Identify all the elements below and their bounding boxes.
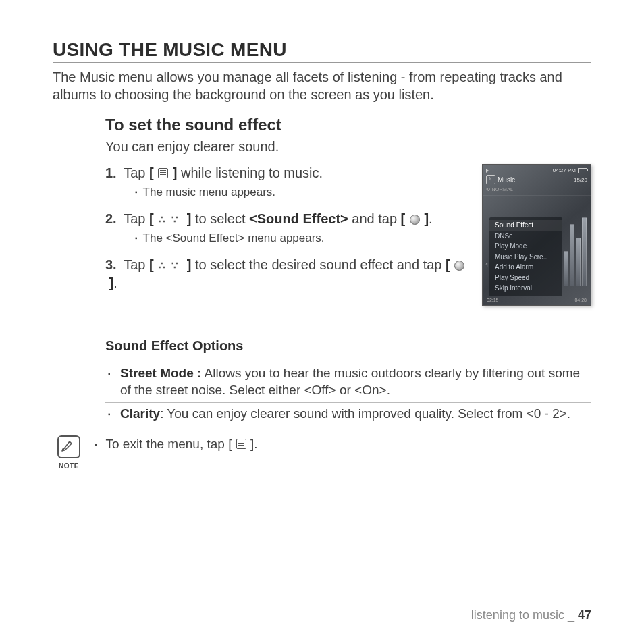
- select-icon: [454, 261, 464, 271]
- device-menu-popup: Sound Effect DNSe Play Mode Music Play S…: [489, 217, 562, 296]
- option-street-mode: Street Mode : Allows you to hear the mus…: [105, 363, 591, 403]
- page-number: 47: [578, 608, 591, 622]
- play-indicator-icon: [486, 169, 489, 173]
- step-number: 3.: [105, 256, 120, 274]
- menu-item-play-mode: Play Mode: [489, 241, 562, 252]
- section-lead: You can enjoy clearer sound.: [105, 139, 591, 155]
- select-icon: [410, 215, 420, 225]
- menu-item-music-play-screen: Music Play Scre..: [489, 252, 562, 263]
- menu-item-sound-effect: Sound Effect: [489, 220, 562, 231]
- device-total: 04:28: [574, 298, 587, 302]
- step-number: 1.: [105, 164, 120, 182]
- intro-paragraph: The Music menu allows you manage all fac…: [53, 68, 591, 103]
- menu-item-skip-interval: Skip Interval: [489, 283, 562, 294]
- note-text: To exit the menu, tap [ ].: [95, 435, 258, 452]
- step-3: 3. Tap [ ] to select the desired sound e…: [105, 256, 470, 292]
- page-title: USING THE MUSIC MENU: [53, 39, 591, 63]
- step-2: 2. Tap [ ] to select <Sound Effect> and …: [105, 210, 470, 246]
- menu-icon: [158, 168, 168, 178]
- device-app-title: Music: [498, 176, 515, 184]
- device-index: 1: [485, 262, 489, 269]
- menu-icon: [236, 439, 246, 449]
- option-clarity: Clarity: You can enjoy clearer sound wit…: [105, 403, 591, 427]
- device-screenshot: 04:27 PM Music 15/20 ⟲ NORMAL Sound Effe…: [482, 164, 591, 306]
- note-label: NOTE: [53, 462, 85, 470]
- down-dots-icon: [171, 263, 182, 270]
- battery-icon: [578, 168, 587, 173]
- step-2-sub: The <Sound Effect> menu appears.: [135, 231, 470, 246]
- step-1-sub: The music menu appears.: [135, 185, 470, 200]
- steps-list: 1. Tap [ ] while listening to music. The…: [105, 164, 470, 306]
- divider: [105, 358, 591, 358]
- menu-item-add-to-alarm: Add to Alarm: [489, 262, 562, 273]
- options-list: Street Mode : Allows you to hear the mus…: [105, 363, 591, 427]
- step-number: 2.: [105, 210, 120, 228]
- menu-item-play-speed: Play Speed: [489, 273, 562, 284]
- device-elapsed: 02:15: [487, 298, 499, 302]
- note-icon: [57, 435, 80, 458]
- options-heading: Sound Effect Options: [105, 338, 591, 354]
- step-1: 1. Tap [ ] while listening to music. The…: [105, 164, 470, 200]
- music-note-icon: [486, 175, 495, 184]
- equalizer-bars-icon: [564, 212, 587, 286]
- up-dots-icon: [159, 217, 169, 224]
- up-dots-icon: [159, 263, 169, 270]
- device-time: 04:27 PM: [553, 167, 576, 173]
- down-dots-icon: [171, 217, 182, 224]
- menu-item-dnse: DNSe: [489, 231, 562, 242]
- device-track-count: 15/20: [574, 177, 587, 183]
- section-heading: To set the sound effect: [105, 115, 591, 136]
- device-mode: NORMAL: [492, 187, 514, 192]
- page-footer: listening to music _ 47: [471, 608, 591, 622]
